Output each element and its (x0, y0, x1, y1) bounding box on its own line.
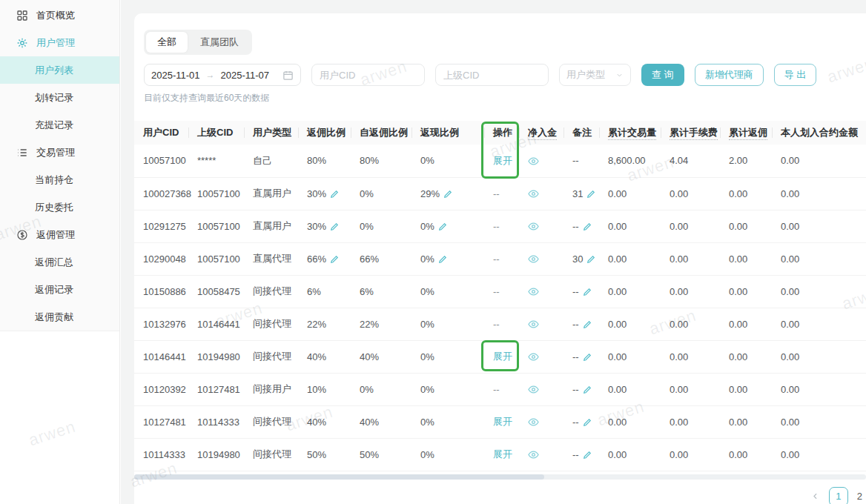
cell-action: 展开 (484, 340, 519, 373)
edit-icon[interactable] (583, 385, 592, 394)
horizontal-scrollbar[interactable] (134, 474, 866, 480)
eye-icon[interactable] (528, 221, 539, 232)
sidebar-item-label: 返佣汇总 (35, 256, 73, 269)
cell-rebate-ratio: 6% (298, 275, 351, 308)
cell-note: -- (563, 210, 599, 242)
edit-icon[interactable] (583, 353, 592, 362)
cell-self-rebate-ratio: 80% (351, 145, 411, 177)
cell-total-fee: 0.00 (661, 275, 720, 308)
cell-total-fee: 0.00 (661, 340, 720, 373)
eye-icon[interactable] (528, 188, 539, 199)
date-end-value: 2025-11-07 (221, 70, 270, 81)
sidebar-item-rebate-contribution[interactable]: 返佣贡献 (0, 303, 119, 331)
sidebar-item-deposit-withdraw-records[interactable]: 充提记录 (0, 111, 119, 139)
edit-icon[interactable] (586, 190, 595, 199)
cell-note: -- (563, 275, 599, 308)
cell-total-volume: 0.00 (599, 177, 661, 210)
edit-icon[interactable] (330, 190, 339, 199)
cell-net-deposit (519, 275, 563, 308)
add-agent-button[interactable]: 新增代理商 (695, 64, 764, 86)
user-type-select[interactable]: 用户类型 (559, 64, 631, 86)
sidebar-item-rebate-records[interactable]: 返佣记录 (0, 276, 119, 303)
cell-user-cid: 10146441 (134, 340, 188, 373)
expand-link[interactable]: 展开 (493, 448, 512, 460)
query-button[interactable]: 查 询 (641, 64, 684, 86)
cell-total-volume: 0.00 (599, 308, 661, 340)
table-row: 1029127510057100直属用户30%0%0%----0.000.000… (134, 210, 866, 242)
edit-icon[interactable] (330, 222, 339, 231)
sidebar-item-rebate-summary[interactable]: 返佣汇总 (0, 248, 119, 276)
expand-link[interactable]: 展开 (493, 155, 512, 166)
sidebar-item-current-positions[interactable]: 当前持仓 (0, 166, 119, 193)
column-header-action: 操作 (484, 121, 519, 145)
edit-icon[interactable] (583, 451, 592, 460)
sidebar-item-transfer-records[interactable]: 划转记录 (0, 84, 119, 111)
sidebar-item-label: 划转记录 (35, 91, 73, 105)
cell-rebate-ratio: 80% (298, 145, 351, 177)
user-cid-input[interactable] (311, 64, 425, 86)
eye-icon[interactable] (528, 319, 539, 330)
cell-action: 展开 (484, 438, 519, 471)
column-header-total-rebate: 累计返佣 (720, 121, 772, 145)
user-table: 用户CID上级CID用户类型返佣比例自返佣比例返现比例操作净入金备注累计交易量累… (134, 121, 866, 471)
edit-icon[interactable] (583, 222, 592, 231)
sidebar-item-history-orders[interactable]: 历史委托 (0, 193, 119, 221)
sidebar-item-label: 充提记录 (35, 119, 73, 132)
cell-self-contract-amount: 0.00 (772, 177, 866, 210)
cell-cashback-ratio: 0% (411, 242, 484, 275)
sidebar-item-user-list[interactable]: 用户列表 (0, 56, 119, 84)
cell-self-rebate-ratio: 66% (351, 242, 411, 275)
prev-page-icon[interactable] (810, 491, 820, 501)
sidebar-item-rebate-management[interactable]: 返佣管理 (0, 221, 119, 248)
date-limit-hint: 目前仅支持查询最近60天的数据 (144, 92, 856, 103)
cell-self-contract-amount: 0.00 (772, 210, 866, 242)
tab-all[interactable]: 全部 (146, 32, 188, 53)
user-type-select-placeholder: 用户类型 (566, 68, 605, 82)
cell-user-type: 直属用户 (244, 210, 298, 242)
eye-icon[interactable] (528, 253, 539, 265)
cell-user-cid: 100027368 (134, 177, 188, 210)
edit-icon[interactable] (330, 255, 339, 264)
eye-icon[interactable] (528, 286, 539, 297)
sidebar-item-trade-management[interactable]: 交易管理 (0, 139, 119, 166)
table-header-row: 用户CID上级CID用户类型返佣比例自返佣比例返现比例操作净入金备注累计交易量累… (134, 121, 866, 145)
table-row: 1029004810057100直属代理66%66%0%--300.000.00… (134, 242, 866, 275)
eye-icon[interactable] (528, 351, 539, 362)
expand-link[interactable]: 展开 (493, 351, 512, 362)
cell-net-deposit (519, 405, 563, 438)
table-row: 1014644110194980间接代理40%40%0%展开--0.000.00… (134, 340, 866, 373)
edit-icon[interactable] (438, 255, 447, 264)
page-button-1[interactable]: 1 (829, 487, 848, 504)
no-action-placeholder: -- (493, 221, 500, 232)
calendar-icon (282, 70, 294, 81)
cell-total-volume: 0.00 (599, 340, 661, 373)
page-button-2[interactable]: 2 (857, 491, 862, 502)
tab-direct-team[interactable]: 直属团队 (189, 32, 250, 53)
eye-icon[interactable] (528, 384, 539, 395)
edit-icon[interactable] (583, 288, 592, 296)
cell-self-rebate-ratio: 40% (351, 405, 411, 438)
cell-total-volume: 8,600.00 (599, 145, 661, 177)
edit-icon[interactable] (586, 255, 595, 264)
edit-icon[interactable] (583, 320, 592, 329)
export-button[interactable]: 导 出 (774, 64, 817, 86)
eye-icon[interactable] (528, 417, 539, 428)
sidebar-item-label: 用户管理 (36, 36, 75, 50)
cell-user-type: 直属用户 (244, 177, 298, 210)
sidebar-item-user-management[interactable]: 用户管理 (0, 29, 119, 56)
filter-bar: 2025-11-01 → 2025-11-07 用户类型 查 询 新增代理商 (144, 64, 856, 86)
sidebar-item-home-overview[interactable]: 首页概览 (0, 1, 119, 29)
edit-icon[interactable] (438, 222, 447, 231)
expand-link[interactable]: 展开 (493, 416, 512, 427)
cell-rebate-ratio: 50% (298, 438, 351, 471)
cell-parent-cid: 10146441 (188, 308, 244, 340)
eye-icon[interactable] (528, 449, 539, 460)
edit-icon[interactable] (583, 418, 592, 427)
eye-icon[interactable] (528, 156, 539, 167)
sidebar-menu: 首页概览用户管理用户列表划转记录充提记录交易管理当前持仓历史委托返佣管理返佣汇总… (0, 0, 119, 331)
date-range-picker[interactable]: 2025-11-01 → 2025-11-07 (144, 64, 301, 86)
edit-icon[interactable] (443, 190, 452, 199)
parent-cid-input[interactable] (435, 64, 549, 86)
cell-total-volume: 0.00 (599, 405, 661, 438)
horizontal-scrollbar-thumb[interactable] (134, 474, 544, 480)
